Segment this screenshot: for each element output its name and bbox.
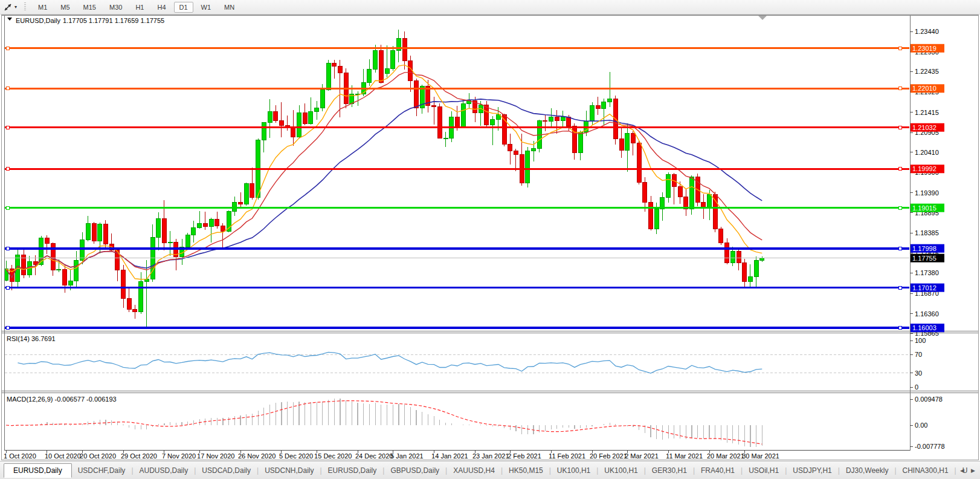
candle-body xyxy=(239,203,243,204)
candle-body xyxy=(602,102,606,109)
candle-body xyxy=(391,51,395,69)
line-handle[interactable] xyxy=(898,327,901,330)
chart-tab-gbpusd-daily[interactable]: GBPUSD,Daily xyxy=(384,466,445,475)
chart-tab-uk100-h1[interactable]: UK100,H1 xyxy=(551,466,596,475)
timeframe-m15-button[interactable]: M15 xyxy=(78,2,102,13)
timeframe-h1-button[interactable]: H1 xyxy=(130,2,149,13)
timeframe-m5-button[interactable]: M5 xyxy=(55,2,75,13)
line-handle[interactable] xyxy=(6,247,9,250)
candle-body xyxy=(408,61,413,81)
line-handle[interactable] xyxy=(6,206,9,209)
chart-tab-dj30-weekly[interactable]: DJ30,Weekly xyxy=(840,466,894,475)
candle-body xyxy=(532,149,536,151)
candle-body xyxy=(725,243,729,262)
line-handle[interactable] xyxy=(898,247,901,250)
tabs-scroll-right-button[interactable]: ▶ xyxy=(969,465,978,476)
candle-body xyxy=(192,227,196,235)
candle-body xyxy=(63,269,67,285)
chart-tab-hk50-m15[interactable]: HK50,M15 xyxy=(503,466,549,475)
candle-body xyxy=(543,121,547,122)
timeframe-m1-button[interactable]: M1 xyxy=(33,2,53,13)
chart-tab-china300-h1[interactable]: CHINA300,H1 xyxy=(897,466,955,475)
toolbar-grip xyxy=(24,2,26,11)
chart-tab-audusd-daily[interactable]: AUDUSD,Daily xyxy=(134,466,195,475)
mt4-window: { "toolbar": { "tool_dropdown_glyph": "▾… xyxy=(0,0,980,479)
candle-body xyxy=(578,132,582,153)
line-handle[interactable] xyxy=(6,286,9,289)
chart-tab-usoil-h1[interactable]: USOil,H1 xyxy=(743,466,785,475)
candle-body xyxy=(45,238,49,243)
date-label: 11 Feb 2021 xyxy=(549,452,585,460)
line-handle[interactable] xyxy=(898,87,901,90)
candle-body xyxy=(461,103,465,126)
date-label: 2 Mar 2021 xyxy=(625,452,659,460)
chart-title-symbol: EURUSD,Daily xyxy=(16,17,60,24)
candle-body xyxy=(708,195,712,207)
line-handle[interactable] xyxy=(898,47,901,50)
candle-body xyxy=(526,151,530,183)
candle-body xyxy=(198,223,202,227)
date-label: 26 Nov 2020 xyxy=(238,452,276,460)
candle-body xyxy=(326,64,330,90)
candle-body xyxy=(297,112,301,137)
price-axis-label: 1.16360 xyxy=(915,310,939,318)
candle-body xyxy=(80,240,85,261)
chart-tab-eurusd-daily[interactable]: EURUSD,Daily xyxy=(4,463,72,478)
candle-body xyxy=(332,64,337,67)
top-toolbar: ▾ M1M5M15M30H1H4D1W1MN xyxy=(0,0,980,15)
line-handle[interactable] xyxy=(898,286,901,289)
candle-body xyxy=(637,143,641,183)
chart-tab-usdchf-daily[interactable]: USDCHF,Daily xyxy=(72,466,132,475)
candle-body xyxy=(385,68,389,73)
rsi-axis-label: 0 xyxy=(915,383,918,391)
date-label: 10 Oct 2020 xyxy=(45,452,81,460)
timeframe-w1-button[interactable]: W1 xyxy=(196,2,217,13)
rsi-axis-label: 100 xyxy=(915,337,926,344)
candle-body xyxy=(437,107,442,138)
line-handle[interactable] xyxy=(6,327,9,330)
macd-axis-label: 0.00 xyxy=(915,422,927,429)
candle-body xyxy=(719,229,723,243)
candle-body xyxy=(250,183,254,198)
candle-body xyxy=(743,262,747,282)
candle-body xyxy=(619,138,624,150)
candle-body xyxy=(98,224,102,241)
tabs-scroll-left-button[interactable]: ◀ xyxy=(958,465,967,476)
date-label: 14 Jan 2021 xyxy=(431,452,468,460)
line-handle[interactable] xyxy=(6,47,9,50)
timeframe-mn-button[interactable]: MN xyxy=(219,2,240,13)
chart-tab-eurusd-daily[interactable]: EURUSD,Daily xyxy=(322,466,383,475)
line-handle[interactable] xyxy=(898,206,901,209)
timeframe-d1-button[interactable]: D1 xyxy=(174,2,193,13)
candle-body xyxy=(625,133,630,150)
price-axis-label: 1.20410 xyxy=(915,149,939,156)
candle-body xyxy=(608,99,612,102)
tool-dropdown-arrow-icon[interactable]: ▾ xyxy=(15,4,17,10)
chart-tab-usdcad-daily[interactable]: USDCAD,Daily xyxy=(196,466,257,475)
line-handle[interactable] xyxy=(6,87,9,90)
chart-canvas[interactable]: 1.234401.229301.224351.219251.214151.209… xyxy=(0,15,980,461)
candle-body xyxy=(666,175,671,198)
candle-body xyxy=(57,269,61,270)
candle-body xyxy=(748,276,752,282)
chart-tab-usdcnh-daily[interactable]: USDCNH,Daily xyxy=(259,466,320,475)
chart-tab-xauusd-h4[interactable]: XAUUSD,H4 xyxy=(447,466,501,475)
chart-tab-ger30-h1[interactable]: GER30,H1 xyxy=(646,466,693,475)
timeframe-h4-button[interactable]: H4 xyxy=(152,2,171,13)
candle-body xyxy=(68,281,73,285)
chart-tab-fra40-h1[interactable]: FRA40,H1 xyxy=(695,466,741,475)
line-handle[interactable] xyxy=(6,168,9,171)
price-axis-label: 1.17380 xyxy=(915,269,939,276)
line-handle[interactable] xyxy=(898,126,901,129)
chart-tab-usdjpy-h1[interactable]: USDJPY,H1 xyxy=(787,466,837,475)
line-handle[interactable] xyxy=(898,168,901,171)
line-handle[interactable] xyxy=(6,126,9,129)
candle-body xyxy=(338,66,342,73)
timeframe-m30-button[interactable]: M30 xyxy=(104,2,127,13)
date-label: 1 Oct 2020 xyxy=(4,452,36,460)
chart-tab-uk100-h1[interactable]: UK100,H1 xyxy=(598,466,643,475)
candle-body xyxy=(678,186,682,197)
cursor-tool-button[interactable]: ▾ xyxy=(2,1,18,13)
candle-body xyxy=(74,261,79,281)
candle-body xyxy=(127,299,131,310)
